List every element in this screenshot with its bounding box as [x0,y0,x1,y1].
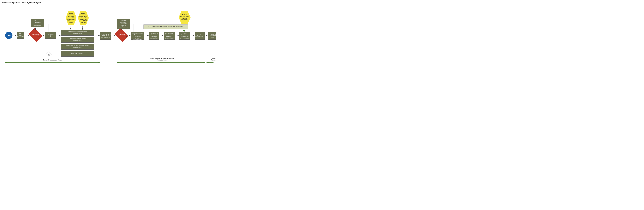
handoff-node: Handoff to Maintenance Entity [208,32,216,40]
phase-management: Project Management/Administration (Const… [117,58,206,61]
video-node: Video 0.1 [46,52,52,58]
diagram-area: START IGA See Flowchart 1 ConsultantRequ… [2,5,214,65]
lpa-engineering-node: LPA procures Engineering Services See Fl… [31,19,44,27]
lpa-construction-node: LPA procures Construction Administration… [117,19,130,29]
lpa-award-node: LPA award to Contractor Mobilization See… [149,32,159,40]
federal-milestone-2: Federal MILESTONE – Bottom Part of Form … [78,11,89,25]
cdot-note: CDOT Staff/Specialty Units included in c… [144,24,188,29]
concurrence-node: Concurrence to Ad Issued to LPA See Flow… [100,32,111,40]
row-clearance-node: Right of Way (ROW) Clearance Process See… [61,44,94,50]
proj-closure-node: Project Closure See Flowchart 11 [194,32,205,40]
process-boxes-group: Environmental Clearance Process See Flow… [61,30,94,56]
svg-marker-1 [2,5,3,6]
iga-node: IGA See Flowchart 1 [17,32,24,39]
svg-marker-2 [2,5,3,6]
phase-maintenance: LPA Project Maintenance [206,58,216,61]
page-title: Process Steps for a Local Agency Project [2,2,214,4]
proj-acceptance-node: Project Acceptance / Finals Process See … [179,32,190,40]
consultant-required-1: ConsultantRequired? [29,30,42,40]
phase-development: Project Development Phase [5,59,100,61]
lpa-initiates-node: LPA initiates project [45,32,56,39]
consultant-required-2: ConsultantRequired? [115,30,128,40]
start-node: START [5,32,12,39]
yes-label-1: YES [33,29,36,30]
svg-marker-0 [2,5,3,6]
utility-rr-node: Utility / RR Clearance [61,51,94,56]
federal-milestone-3: Federal MILESTONE – Project Acceptance [179,11,190,24]
svg-marker-3 [2,5,3,6]
proj-dev-node: Project Development Process See Flowchar… [61,37,94,42]
federal-milestone-1: Federal MILESTONE – Top Part of Form 128… [66,11,76,25]
env-clearance-node: Environmental Clearance Process See Flow… [61,30,94,36]
page-container: Process Steps for a Local Agency Project [0,0,216,66]
yes-label-2: YES [119,29,122,30]
lpa-admin-node: LPA Construction Administration and Insp… [164,32,175,40]
lpa-letting-node: LPA Letting/Advertisement Process thru C… [131,32,144,40]
